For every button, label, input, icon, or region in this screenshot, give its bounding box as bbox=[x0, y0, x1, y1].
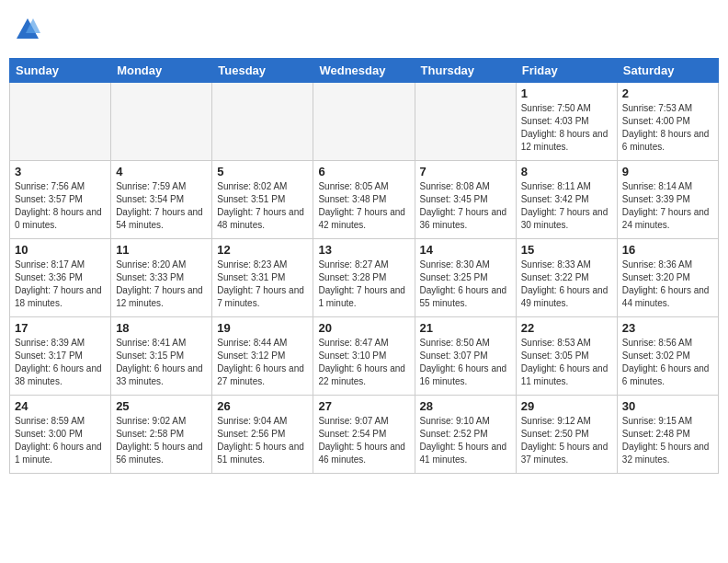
day-info: Sunrise: 8:47 AM Sunset: 3:10 PM Dayligh… bbox=[318, 337, 409, 388]
day-number: 8 bbox=[521, 165, 612, 178]
day-info: Sunrise: 8:50 AM Sunset: 3:07 PM Dayligh… bbox=[420, 337, 511, 388]
calendar-header-row: SundayMondayTuesdayWednesdayThursdayFrid… bbox=[10, 59, 719, 83]
day-cell: 4Sunrise: 7:59 AM Sunset: 3:54 PM Daylig… bbox=[111, 161, 212, 239]
day-cell: 3Sunrise: 7:56 AM Sunset: 3:57 PM Daylig… bbox=[10, 161, 111, 239]
day-number: 24 bbox=[15, 399, 106, 413]
col-header-monday: Monday bbox=[111, 59, 212, 83]
day-cell: 21Sunrise: 8:50 AM Sunset: 3:07 PM Dayli… bbox=[415, 317, 516, 396]
day-number: 22 bbox=[521, 321, 612, 335]
day-number: 7 bbox=[420, 165, 511, 178]
day-number: 1 bbox=[521, 86, 612, 100]
day-cell: 27Sunrise: 9:07 AM Sunset: 2:54 PM Dayli… bbox=[313, 396, 415, 474]
day-cell bbox=[10, 83, 111, 161]
day-cell: 18Sunrise: 8:41 AM Sunset: 3:15 PM Dayli… bbox=[111, 317, 212, 396]
col-header-saturday: Saturday bbox=[617, 59, 718, 83]
day-info: Sunrise: 9:07 AM Sunset: 2:54 PM Dayligh… bbox=[318, 415, 409, 466]
week-row-1: 1Sunrise: 7:50 AM Sunset: 4:03 PM Daylig… bbox=[10, 83, 719, 161]
day-number: 2 bbox=[622, 86, 713, 100]
day-info: Sunrise: 7:56 AM Sunset: 3:57 PM Dayligh… bbox=[15, 180, 106, 232]
day-info: Sunrise: 8:11 AM Sunset: 3:42 PM Dayligh… bbox=[521, 180, 612, 232]
day-number: 30 bbox=[622, 399, 713, 413]
day-cell: 14Sunrise: 8:30 AM Sunset: 3:25 PM Dayli… bbox=[415, 239, 516, 317]
day-number: 9 bbox=[622, 165, 713, 178]
day-info: Sunrise: 8:05 AM Sunset: 3:48 PM Dayligh… bbox=[318, 180, 409, 232]
day-cell: 5Sunrise: 8:02 AM Sunset: 3:51 PM Daylig… bbox=[212, 161, 313, 239]
day-number: 29 bbox=[521, 399, 612, 413]
day-number: 27 bbox=[318, 399, 409, 413]
day-cell bbox=[415, 83, 516, 161]
day-number: 28 bbox=[420, 399, 511, 413]
day-info: Sunrise: 8:56 AM Sunset: 3:02 PM Dayligh… bbox=[622, 337, 713, 388]
day-cell: 28Sunrise: 9:10 AM Sunset: 2:52 PM Dayli… bbox=[415, 396, 516, 474]
week-row-2: 3Sunrise: 7:56 AM Sunset: 3:57 PM Daylig… bbox=[10, 161, 719, 239]
day-number: 6 bbox=[318, 165, 409, 178]
day-cell: 2Sunrise: 7:53 AM Sunset: 4:00 PM Daylig… bbox=[617, 83, 718, 161]
day-cell: 13Sunrise: 8:27 AM Sunset: 3:28 PM Dayli… bbox=[313, 239, 415, 317]
day-number: 10 bbox=[15, 243, 106, 257]
day-number: 26 bbox=[217, 399, 308, 413]
day-cell: 1Sunrise: 7:50 AM Sunset: 4:03 PM Daylig… bbox=[516, 83, 617, 161]
day-number: 12 bbox=[217, 243, 308, 257]
day-cell: 6Sunrise: 8:05 AM Sunset: 3:48 PM Daylig… bbox=[313, 161, 415, 239]
week-row-4: 17Sunrise: 8:39 AM Sunset: 3:17 PM Dayli… bbox=[10, 317, 719, 396]
day-cell: 23Sunrise: 8:56 AM Sunset: 3:02 PM Dayli… bbox=[617, 317, 718, 396]
day-cell: 11Sunrise: 8:20 AM Sunset: 3:33 PM Dayli… bbox=[111, 239, 212, 317]
day-info: Sunrise: 9:02 AM Sunset: 2:58 PM Dayligh… bbox=[116, 415, 207, 466]
day-number: 21 bbox=[420, 321, 511, 335]
day-cell: 17Sunrise: 8:39 AM Sunset: 3:17 PM Dayli… bbox=[10, 317, 111, 396]
day-info: Sunrise: 8:20 AM Sunset: 3:33 PM Dayligh… bbox=[116, 259, 207, 310]
week-row-3: 10Sunrise: 8:17 AM Sunset: 3:36 PM Dayli… bbox=[10, 239, 719, 317]
day-cell: 25Sunrise: 9:02 AM Sunset: 2:58 PM Dayli… bbox=[111, 396, 212, 474]
day-cell: 30Sunrise: 9:15 AM Sunset: 2:48 PM Dayli… bbox=[617, 396, 718, 474]
day-cell: 15Sunrise: 8:33 AM Sunset: 3:22 PM Dayli… bbox=[516, 239, 617, 317]
day-number: 14 bbox=[420, 243, 511, 257]
day-cell: 8Sunrise: 8:11 AM Sunset: 3:42 PM Daylig… bbox=[516, 161, 617, 239]
day-info: Sunrise: 8:14 AM Sunset: 3:39 PM Dayligh… bbox=[622, 180, 713, 232]
day-number: 3 bbox=[15, 165, 106, 178]
day-number: 18 bbox=[116, 321, 207, 335]
day-number: 16 bbox=[622, 243, 713, 257]
logo-icon bbox=[15, 17, 40, 42]
day-cell: 10Sunrise: 8:17 AM Sunset: 3:36 PM Dayli… bbox=[10, 239, 111, 317]
day-cell: 29Sunrise: 9:12 AM Sunset: 2:50 PM Dayli… bbox=[516, 396, 617, 474]
week-row-5: 24Sunrise: 8:59 AM Sunset: 3:00 PM Dayli… bbox=[10, 396, 719, 474]
day-info: Sunrise: 8:41 AM Sunset: 3:15 PM Dayligh… bbox=[116, 337, 207, 388]
day-cell: 22Sunrise: 8:53 AM Sunset: 3:05 PM Dayli… bbox=[516, 317, 617, 396]
col-header-wednesday: Wednesday bbox=[313, 59, 415, 83]
day-number: 4 bbox=[116, 165, 207, 178]
day-number: 5 bbox=[217, 165, 308, 178]
day-info: Sunrise: 8:30 AM Sunset: 3:25 PM Dayligh… bbox=[420, 259, 511, 310]
day-info: Sunrise: 7:50 AM Sunset: 4:03 PM Dayligh… bbox=[521, 102, 612, 154]
day-info: Sunrise: 8:02 AM Sunset: 3:51 PM Dayligh… bbox=[217, 180, 308, 232]
day-cell: 12Sunrise: 8:23 AM Sunset: 3:31 PM Dayli… bbox=[212, 239, 313, 317]
day-info: Sunrise: 8:53 AM Sunset: 3:05 PM Dayligh… bbox=[521, 337, 612, 388]
day-number: 13 bbox=[318, 243, 409, 257]
day-cell: 20Sunrise: 8:47 AM Sunset: 3:10 PM Dayli… bbox=[313, 317, 415, 396]
day-info: Sunrise: 8:27 AM Sunset: 3:28 PM Dayligh… bbox=[318, 259, 409, 310]
day-info: Sunrise: 7:59 AM Sunset: 3:54 PM Dayligh… bbox=[116, 180, 207, 232]
day-cell: 16Sunrise: 8:36 AM Sunset: 3:20 PM Dayli… bbox=[617, 239, 718, 317]
day-number: 11 bbox=[116, 243, 207, 257]
day-number: 17 bbox=[15, 321, 106, 335]
day-info: Sunrise: 8:33 AM Sunset: 3:22 PM Dayligh… bbox=[521, 259, 612, 310]
day-info: Sunrise: 8:59 AM Sunset: 3:00 PM Dayligh… bbox=[15, 415, 106, 466]
day-cell bbox=[111, 83, 212, 161]
page-header bbox=[9, 9, 719, 51]
calendar-table: SundayMondayTuesdayWednesdayThursdayFrid… bbox=[9, 58, 719, 474]
day-number: 25 bbox=[116, 399, 207, 413]
day-cell: 24Sunrise: 8:59 AM Sunset: 3:00 PM Dayli… bbox=[10, 396, 111, 474]
logo bbox=[13, 17, 40, 43]
day-info: Sunrise: 8:36 AM Sunset: 3:20 PM Dayligh… bbox=[622, 259, 713, 310]
col-header-friday: Friday bbox=[516, 59, 617, 83]
day-info: Sunrise: 9:12 AM Sunset: 2:50 PM Dayligh… bbox=[521, 415, 612, 466]
day-info: Sunrise: 9:15 AM Sunset: 2:48 PM Dayligh… bbox=[622, 415, 713, 466]
day-number: 15 bbox=[521, 243, 612, 257]
day-info: Sunrise: 8:44 AM Sunset: 3:12 PM Dayligh… bbox=[217, 337, 308, 388]
day-number: 19 bbox=[217, 321, 308, 335]
day-info: Sunrise: 8:17 AM Sunset: 3:36 PM Dayligh… bbox=[15, 259, 106, 310]
day-info: Sunrise: 9:04 AM Sunset: 2:56 PM Dayligh… bbox=[217, 415, 308, 466]
col-header-sunday: Sunday bbox=[10, 59, 111, 83]
day-number: 23 bbox=[622, 321, 713, 335]
day-cell: 19Sunrise: 8:44 AM Sunset: 3:12 PM Dayli… bbox=[212, 317, 313, 396]
day-cell: 9Sunrise: 8:14 AM Sunset: 3:39 PM Daylig… bbox=[617, 161, 718, 239]
